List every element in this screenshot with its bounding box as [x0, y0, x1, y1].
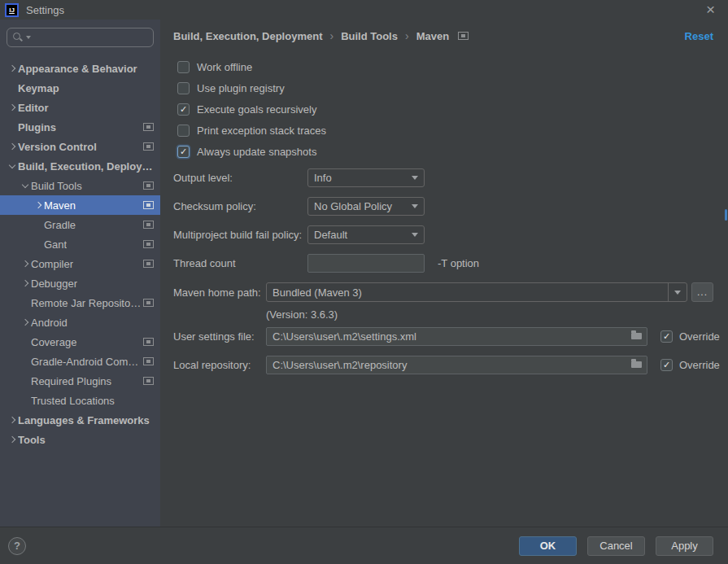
- output-level-select[interactable]: Info: [307, 168, 425, 187]
- checkbox-row-work-offline[interactable]: Work offline: [173, 56, 713, 77]
- field-label: Maven home path:: [173, 286, 266, 299]
- sidebar-item-coverage[interactable]: Coverage: [0, 332, 160, 352]
- search-icon: [12, 32, 24, 43]
- ok-button[interactable]: OK: [519, 536, 577, 556]
- settings-tree: Appearance & Behavior Keymap Editor Plug…: [0, 54, 160, 527]
- screen-icon: [143, 377, 154, 385]
- browse-button[interactable]: ...: [691, 282, 713, 302]
- local-repository-input[interactable]: [266, 356, 647, 374]
- override-user-settings[interactable]: ✓ Override: [660, 330, 720, 343]
- sidebar-item-maven[interactable]: Maven: [0, 195, 160, 215]
- sidebar-item-keymap[interactable]: Keymap: [0, 78, 160, 98]
- checkbox-row-use-plugin-registry[interactable]: Use plugin registry: [173, 77, 713, 98]
- sidebar-item-languages-frameworks[interactable]: Languages & Frameworks: [0, 410, 160, 430]
- sidebar-item-version-control[interactable]: Version Control: [0, 137, 160, 156]
- sidebar-item-label: Gant: [44, 238, 67, 251]
- help-button[interactable]: ?: [8, 537, 26, 555]
- sidebar-item-build-execution-deployment[interactable]: Build, Execution, Deployment: [0, 156, 160, 176]
- sidebar-item-gant[interactable]: Gant: [0, 234, 160, 254]
- folder-icon[interactable]: [631, 333, 642, 339]
- checkbox-row-print-exception-stack-traces[interactable]: Print exception stack traces: [173, 120, 713, 141]
- chevron-down-icon[interactable]: [668, 283, 687, 301]
- sidebar-item-compiler[interactable]: Compiler: [0, 254, 160, 273]
- maven-settings-panel: Build, Execution, Deployment › Build Too…: [160, 20, 728, 527]
- chevron-down-icon[interactable]: [20, 180, 31, 191]
- breadcrumb-segment[interactable]: Build, Execution, Deployment: [173, 30, 322, 42]
- chevron-down-icon[interactable]: [7, 160, 18, 172]
- sidebar-item-android[interactable]: Android: [0, 313, 160, 332]
- sidebar-item-label: Trusted Locations: [31, 395, 115, 407]
- screen-icon: [143, 142, 154, 151]
- checkbox-row-execute-goals-recursively[interactable]: ✓ Execute goals recursively: [173, 98, 713, 120]
- field-label: Local repository:: [173, 359, 266, 371]
- sidebar-item-label: Debugger: [31, 278, 77, 290]
- checkbox[interactable]: [177, 125, 190, 137]
- chevron-down-icon: [412, 204, 418, 208]
- checksum-policy-select[interactable]: No Global Policy: [307, 197, 425, 216]
- close-icon[interactable]: ×: [701, 3, 720, 16]
- checkbox-row-always-update-snapshots[interactable]: ✓ Always update snapshots: [173, 141, 713, 162]
- chevron-right-icon[interactable]: [7, 63, 18, 74]
- checkbox[interactable]: ✓: [660, 359, 673, 371]
- maven-home-path-select[interactable]: Bundled (Maven 3): [266, 282, 687, 302]
- sidebar-item-build-tools[interactable]: Build Tools: [0, 176, 160, 195]
- field-label: Thread count: [173, 257, 307, 269]
- override-local-repository[interactable]: ✓ Override: [660, 359, 720, 371]
- screen-icon: [143, 240, 154, 248]
- sidebar-item-trusted-locations[interactable]: Trusted Locations: [0, 391, 160, 410]
- checkbox[interactable]: ✓: [660, 330, 673, 343]
- maven-options: Work offline Use plugin registry ✓ Execu…: [173, 56, 713, 162]
- sidebar-item-appearance-behavior[interactable]: Appearance & Behavior: [0, 59, 160, 78]
- search-box[interactable]: [7, 28, 154, 47]
- sidebar-item-plugins[interactable]: Plugins: [0, 117, 160, 137]
- chevron-right-icon[interactable]: [20, 278, 31, 289]
- multiproject-build-fail-policy-row: Multiproject build fail policy: Default: [173, 225, 713, 244]
- field-label: Checksum policy:: [173, 200, 307, 212]
- user-settings-file-input[interactable]: [266, 327, 647, 346]
- sidebar-item-label: Plugins: [18, 121, 56, 133]
- sidebar-item-label: Version Control: [18, 141, 97, 153]
- checkbox[interactable]: [177, 82, 190, 94]
- checkbox[interactable]: ✓: [177, 146, 190, 158]
- sidebar-item-debugger[interactable]: Debugger: [0, 273, 160, 293]
- search-input[interactable]: [31, 32, 148, 44]
- apply-button[interactable]: Apply: [656, 536, 713, 556]
- chevron-down-icon: [412, 176, 418, 180]
- sidebar-item-remote-jar-repositories[interactable]: Remote Jar Repositories: [0, 293, 160, 313]
- checkbox-label: Always update snapshots: [197, 146, 316, 158]
- cancel-button[interactable]: Cancel: [587, 536, 645, 556]
- sidebar-item-gradle-android-compiler[interactable]: Gradle-Android Compiler: [0, 352, 160, 371]
- sidebar-item-label: Android: [31, 317, 68, 329]
- breadcrumb-separator: ›: [405, 29, 409, 42]
- screen-icon: [143, 357, 154, 365]
- screen-icon: [143, 181, 154, 190]
- chevron-right-icon[interactable]: [7, 414, 18, 426]
- checkbox-label: Print exception stack traces: [197, 125, 326, 137]
- chevron-right-icon[interactable]: [7, 141, 18, 152]
- sidebar-item-label: Tools: [18, 434, 46, 446]
- sidebar-item-required-plugins[interactable]: Required Plugins: [0, 371, 160, 391]
- thread-count-input[interactable]: [307, 254, 425, 273]
- sidebar-item-label: Languages & Frameworks: [18, 414, 150, 426]
- chevron-right-icon[interactable]: [20, 258, 31, 269]
- checkbox[interactable]: [177, 61, 190, 73]
- chevron-right-icon[interactable]: [7, 434, 18, 445]
- sidebar-item-editor[interactable]: Editor: [0, 98, 160, 117]
- breadcrumb-segment[interactable]: Maven: [416, 30, 449, 42]
- screen-icon: [458, 32, 469, 40]
- sidebar-item-tools[interactable]: Tools: [0, 430, 160, 449]
- chevron-right-icon[interactable]: [7, 102, 18, 113]
- breadcrumb: Build, Execution, Deployment › Build Too…: [173, 28, 713, 44]
- folder-icon[interactable]: [631, 361, 642, 368]
- reset-link[interactable]: Reset: [685, 30, 713, 42]
- breadcrumb-segment[interactable]: Build Tools: [341, 30, 398, 42]
- checkbox[interactable]: ✓: [177, 103, 190, 116]
- chevron-right-icon[interactable]: [33, 199, 44, 211]
- chevron-right-icon[interactable]: [20, 317, 31, 328]
- scrollbar-mark: [725, 209, 727, 221]
- sidebar-item-gradle[interactable]: Gradle: [0, 215, 160, 234]
- multiproject-build-fail-policy-select[interactable]: Default: [307, 225, 425, 244]
- checksum-policy-row: Checksum policy: No Global Policy: [173, 197, 713, 216]
- sidebar-item-label: Editor: [18, 102, 49, 114]
- chevron-down-icon: [412, 233, 418, 237]
